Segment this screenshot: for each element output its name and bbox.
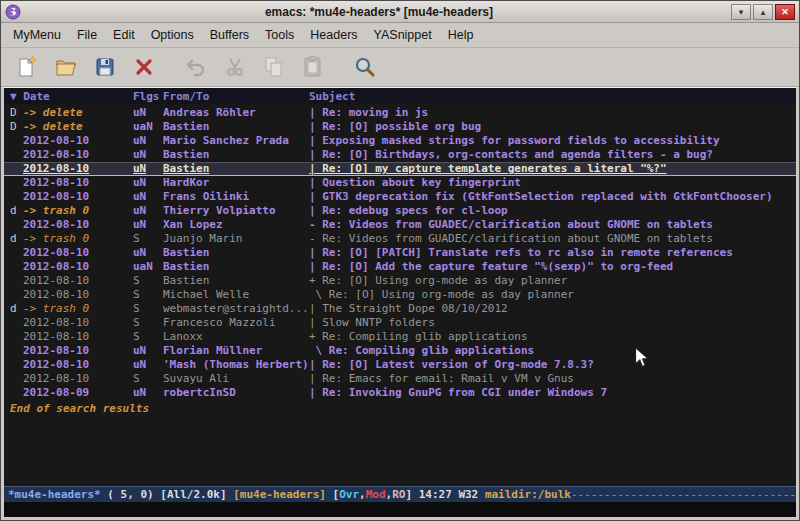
message-row[interactable]: 2012-08-09uNrobertcInSD| Re: Invoking Gn…	[4, 386, 796, 400]
modeline-plain: 14:27 W32	[419, 488, 485, 501]
paste-icon[interactable]	[295, 51, 331, 83]
message-date: 2012-08-10	[23, 288, 133, 302]
message-flags: uN	[133, 218, 163, 232]
message-date: 2012-08-10	[23, 344, 133, 358]
menu-edit[interactable]: Edit	[105, 25, 143, 45]
modeline-ovr: Ovr	[339, 488, 359, 501]
message-date: 2012-08-10	[23, 372, 133, 386]
window-title: emacs: *mu4e-headers* [mu4e-headers]	[27, 5, 731, 19]
message-row[interactable]: D-> deleteuNAndreas Röhler| Re: moving i…	[4, 106, 796, 120]
menu-buffers[interactable]: Buffers	[202, 25, 257, 45]
message-row[interactable]: D-> deleteuaNBastien| Re: [O] possible o…	[4, 120, 796, 134]
message-mark	[10, 246, 23, 260]
modeline-plain: ,	[359, 488, 366, 501]
undo-glyph	[184, 55, 208, 79]
message-subject: + Re: [O] Using org-mode as day planner	[309, 274, 796, 288]
toolbar-separator	[165, 53, 175, 81]
new-file-icon[interactable]	[9, 51, 45, 83]
message-subject: | Re: Invoking GnuPG from CGI under Wind…	[309, 386, 796, 400]
menu-yasnippet[interactable]: YASnippet	[366, 25, 440, 45]
message-date: 2012-08-10	[23, 274, 133, 288]
message-mark	[10, 330, 23, 344]
message-from: Xan Lopez	[163, 218, 309, 232]
message-row[interactable]: 2012-08-10uNMario Sanchez Prada| Exposin…	[4, 134, 796, 148]
scissors-glyph	[223, 55, 247, 79]
menu-help[interactable]: Help	[440, 25, 482, 45]
message-row[interactable]: d-> trash 0Swebmaster@straightd...| The …	[4, 302, 796, 316]
modeline-ro: RO	[392, 488, 405, 501]
column-header-from[interactable]: From/To	[163, 90, 309, 103]
message-row[interactable]: 2012-08-10uNBastien| Re: [O] Birthdays, …	[4, 148, 796, 162]
message-row[interactable]: 2012-08-10uaNBastien| Re: [O] Add the ca…	[4, 260, 796, 274]
column-header-subject[interactable]: Subject	[309, 90, 796, 103]
message-from: Bastien	[163, 274, 309, 288]
menu-tools[interactable]: Tools	[257, 25, 302, 45]
message-from: Francesco Mazzoli	[163, 316, 309, 330]
emacs-window: emacs: *mu4e-headers* [mu4e-headers] ▾ ▴…	[0, 0, 800, 521]
column-header-date[interactable]: ▼ Date	[10, 90, 133, 103]
save-glyph	[93, 55, 117, 79]
minimize-button[interactable]: ▾	[731, 4, 751, 20]
message-from: Lanoxx	[163, 330, 309, 344]
message-row[interactable]: 2012-08-10SBastien+ Re: [O] Using org-mo…	[4, 274, 796, 288]
echo-area[interactable]	[4, 502, 796, 517]
cut-icon[interactable]	[217, 51, 253, 83]
mode-line[interactable]: *mu4e-headers* ( 5, 0) [All/2.0k] [mu4e-…	[4, 486, 796, 502]
modeline-plain: [	[326, 488, 339, 501]
message-row[interactable]: 2012-08-10SFrancesco Mazzoli| Slow NNTP …	[4, 316, 796, 330]
message-subject: | Re: [O] possible org bug	[309, 120, 796, 134]
message-row[interactable]: d-> trash 0SJuanjo Marin- Re: Videos fro…	[4, 232, 796, 246]
message-row[interactable]: 2012-08-10uN'Mash (Thomas Herbert)| Re: …	[4, 358, 796, 372]
message-date: 2012-08-10	[23, 176, 133, 190]
column-header-flags[interactable]: Flgs	[133, 90, 163, 103]
message-row[interactable]: 2012-08-10SSuvayu Ali| Re: Emacs for ema…	[4, 372, 796, 386]
toolbar	[1, 47, 799, 87]
message-date: 2012-08-10	[23, 330, 133, 344]
message-from: webmaster@straightd...	[163, 302, 309, 316]
menu-mymenu[interactable]: MyMenu	[5, 25, 69, 45]
message-row[interactable]: 2012-08-10SMichael Welle \ Re: [O] Using…	[4, 288, 796, 302]
message-row[interactable]: 2012-08-10SLanoxx+ Re: Compiling glib ap…	[4, 330, 796, 344]
titlebar[interactable]: emacs: *mu4e-headers* [mu4e-headers] ▾ ▴…	[1, 1, 799, 23]
message-flags: S	[133, 288, 163, 302]
message-subject: | Re: [O] my capture template generates …	[309, 162, 796, 176]
message-row[interactable]: 2012-08-10uNFlorian Müllner \ Re: Compil…	[4, 344, 796, 358]
message-subject: | Exposing masked strings for password f…	[309, 134, 796, 148]
message-row[interactable]: 2012-08-10uNFrans Oilinki| GTK3 deprecat…	[4, 190, 796, 204]
message-flags: uN	[133, 162, 163, 176]
message-from: Bastien	[163, 260, 309, 274]
message-row[interactable]: 2012-08-10uNBastien| Re: [O] my capture …	[4, 162, 796, 176]
menu-file[interactable]: File	[69, 25, 105, 45]
message-mark	[10, 386, 23, 400]
save-buffer-icon[interactable]	[87, 51, 123, 83]
maximize-button[interactable]: ▴	[753, 4, 773, 20]
kill-buffer-icon[interactable]	[126, 51, 162, 83]
message-mark	[10, 344, 23, 358]
message-row[interactable]: d-> trash 0uNThierry Volpiatto| Re: edeb…	[4, 204, 796, 218]
menu-headers[interactable]: Headers	[302, 25, 365, 45]
close-button[interactable]: ✕	[775, 4, 795, 20]
message-from: 'Mash (Thomas Herbert)	[163, 358, 309, 372]
message-flags: uaN	[133, 120, 163, 134]
message-from: Suvayu Ali	[163, 372, 309, 386]
message-mark	[10, 134, 23, 148]
search-icon[interactable]	[347, 51, 383, 83]
message-date: 2012-08-10	[23, 246, 133, 260]
message-date: 2012-08-10	[23, 218, 133, 232]
menu-options[interactable]: Options	[143, 25, 202, 45]
message-subject: \ Re: [O] Using org-mode as day planner	[309, 288, 796, 302]
message-row[interactable]: 2012-08-10uNHardKor| Question about key …	[4, 176, 796, 190]
header-line: ▼ Date Flgs From/To Subject	[4, 88, 796, 104]
copy-icon[interactable]	[256, 51, 292, 83]
mu4e-headers-buffer: ▼ Date Flgs From/To Subject D-> deleteuN…	[4, 88, 796, 486]
open-file-icon[interactable]	[48, 51, 84, 83]
message-flags: uN	[133, 358, 163, 372]
undo-icon[interactable]	[178, 51, 214, 83]
message-subject: | Re: moving in js	[309, 106, 796, 120]
message-from: Bastien	[163, 148, 309, 162]
message-row[interactable]: 2012-08-10uNBastien| Re: [O] [PATCH] Tra…	[4, 246, 796, 260]
message-row[interactable]: 2012-08-10uNXan Lopez- Re: Videos from G…	[4, 218, 796, 232]
end-of-search-results: End of search results	[4, 402, 796, 416]
message-mark	[10, 218, 23, 232]
message-from: HardKor	[163, 176, 309, 190]
